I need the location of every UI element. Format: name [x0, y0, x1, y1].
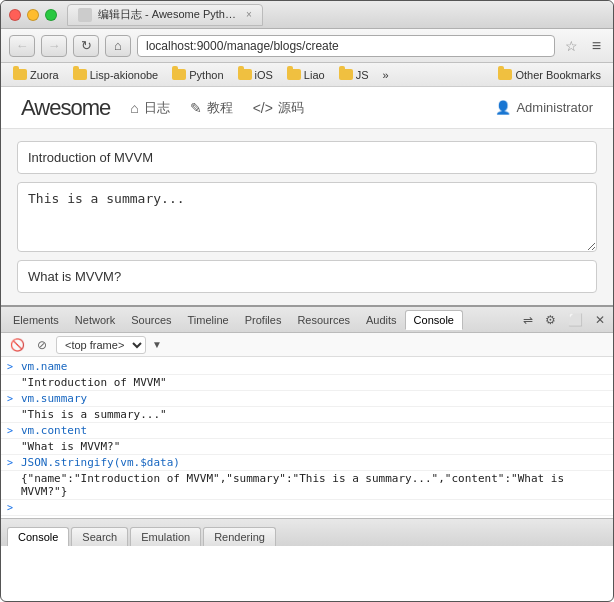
tab-resources-label: Resources — [297, 314, 350, 326]
folder-icon — [73, 69, 87, 80]
dock-icon[interactable]: ⇌ — [519, 311, 537, 329]
folder-icon — [339, 69, 353, 80]
edit-nav-icon: ✎ — [190, 100, 202, 116]
summary-textarea[interactable]: This is a summary... — [17, 182, 597, 252]
forward-button[interactable]: → — [41, 35, 67, 57]
bookmark-liao[interactable]: Liao — [281, 67, 331, 83]
bottom-tab-rendering[interactable]: Rendering — [203, 527, 276, 546]
tab-console[interactable]: Console — [405, 310, 463, 330]
tab-network[interactable]: Network — [67, 311, 123, 329]
home-icon: ⌂ — [114, 38, 122, 53]
console-text: vm.content — [21, 424, 607, 437]
console-text: "What is MVVM?" — [21, 440, 607, 453]
bookmark-lisp[interactable]: Lisp-akionobe — [67, 67, 165, 83]
tab-sources[interactable]: Sources — [123, 311, 179, 329]
close-devtools-icon[interactable]: ✕ — [591, 311, 609, 329]
star-button[interactable]: ☆ — [561, 38, 582, 54]
frame-selector[interactable]: <top frame> — [56, 336, 146, 354]
prompt-icon: > — [7, 501, 17, 513]
arrow-icon: > — [7, 360, 17, 372]
settings-icon[interactable]: ⚙ — [541, 311, 560, 329]
bottom-tab-console[interactable]: Console — [7, 527, 69, 546]
maximize-button[interactable] — [45, 9, 57, 21]
title-input[interactable] — [17, 141, 597, 174]
bookmark-zuora[interactable]: Zuora — [7, 67, 65, 83]
app-header: Awesome ⌂ 日志 ✎ 教程 </> 源码 👤 Administrator — [1, 87, 613, 129]
title-bar: 编辑日志 - Awesome Pyth… × — [1, 1, 613, 29]
tab-resources[interactable]: Resources — [289, 311, 358, 329]
bookmark-more[interactable]: » — [376, 67, 394, 83]
bottom-tab-emulation-label: Emulation — [141, 531, 190, 543]
console-line: "This is a summary..." — [1, 407, 613, 423]
bookmark-label: Liao — [304, 69, 325, 81]
tab-close-button[interactable]: × — [246, 9, 252, 20]
code-nav-icon: </> — [253, 100, 273, 116]
nav-item-blog[interactable]: ⌂ 日志 — [130, 99, 169, 117]
filter-button[interactable]: ⊘ — [34, 337, 50, 353]
tab-timeline-label: Timeline — [188, 314, 229, 326]
folder-icon — [172, 69, 186, 80]
back-button[interactable]: ← — [9, 35, 35, 57]
bottom-tab-emulation[interactable]: Emulation — [130, 527, 201, 546]
back-icon: ← — [16, 38, 29, 53]
tab-profiles[interactable]: Profiles — [237, 311, 290, 329]
folder-icon — [238, 69, 252, 80]
arrow-icon: > — [7, 456, 17, 468]
frame-arrow-icon: ▼ — [152, 339, 162, 350]
nav-item-tutorial-label: 教程 — [207, 99, 233, 117]
console-line: > vm.summary — [1, 391, 613, 407]
user-icon: 👤 — [495, 100, 511, 115]
console-input-line[interactable]: > — [1, 500, 613, 516]
clear-console-button[interactable]: 🚫 — [7, 337, 28, 353]
tab-sources-label: Sources — [131, 314, 171, 326]
popout-icon[interactable]: ⬜ — [564, 311, 587, 329]
devtools-tab-bar: Elements Network Sources Timeline Profil… — [1, 307, 613, 333]
tab-timeline[interactable]: Timeline — [180, 311, 237, 329]
bookmark-python[interactable]: Python — [166, 67, 229, 83]
tab-audits-label: Audits — [366, 314, 397, 326]
console-line: > vm.name — [1, 359, 613, 375]
bookmark-js[interactable]: JS — [333, 67, 375, 83]
bookmark-label: iOS — [255, 69, 273, 81]
home-button[interactable]: ⌂ — [105, 35, 131, 57]
traffic-lights — [9, 9, 57, 21]
tab-console-label: Console — [414, 314, 454, 326]
nav-item-tutorial[interactable]: ✎ 教程 — [190, 99, 233, 117]
console-output: > vm.name "Introduction of MVVM" > vm.su… — [1, 357, 613, 518]
refresh-button[interactable]: ↻ — [73, 35, 99, 57]
tab-audits[interactable]: Audits — [358, 311, 405, 329]
arrow-icon — [7, 408, 17, 409]
tab-favicon — [78, 8, 92, 22]
menu-button[interactable]: ≡ — [588, 37, 605, 55]
nav-item-source-label: 源码 — [278, 99, 304, 117]
more-label: » — [382, 69, 388, 81]
nav-item-source[interactable]: </> 源码 — [253, 99, 304, 117]
arrow-icon — [7, 376, 17, 377]
console-text: "Introduction of MVVM" — [21, 376, 607, 389]
user-label: Administrator — [516, 100, 593, 115]
tab-elements[interactable]: Elements — [5, 311, 67, 329]
browser-tab[interactable]: 编辑日志 - Awesome Pyth… × — [67, 4, 263, 26]
refresh-icon: ↻ — [81, 38, 92, 53]
url-text: localhost:9000/manage/blogs/create — [146, 39, 339, 53]
folder-icon — [13, 69, 27, 80]
console-text: JSON.stringify(vm.$data) — [21, 456, 607, 469]
user-menu[interactable]: 👤 Administrator — [495, 100, 593, 115]
console-text: vm.name — [21, 360, 607, 373]
close-button[interactable] — [9, 9, 21, 21]
bottom-tab-search[interactable]: Search — [71, 527, 128, 546]
bookmark-ios[interactable]: iOS — [232, 67, 279, 83]
console-line: > vm.content — [1, 423, 613, 439]
folder-icon — [498, 69, 512, 80]
minimize-button[interactable] — [27, 9, 39, 21]
tab-profiles-label: Profiles — [245, 314, 282, 326]
devtools-panel: Elements Network Sources Timeline Profil… — [1, 305, 613, 546]
folder-icon — [287, 69, 301, 80]
bottom-tab-console-label: Console — [18, 531, 58, 543]
other-bookmarks[interactable]: Other Bookmarks — [492, 67, 607, 83]
app-logo[interactable]: Awesome — [21, 95, 110, 121]
content-input[interactable] — [17, 260, 597, 293]
console-text: "This is a summary..." — [21, 408, 607, 421]
bookmark-label: JS — [356, 69, 369, 81]
address-bar[interactable]: localhost:9000/manage/blogs/create — [137, 35, 555, 57]
